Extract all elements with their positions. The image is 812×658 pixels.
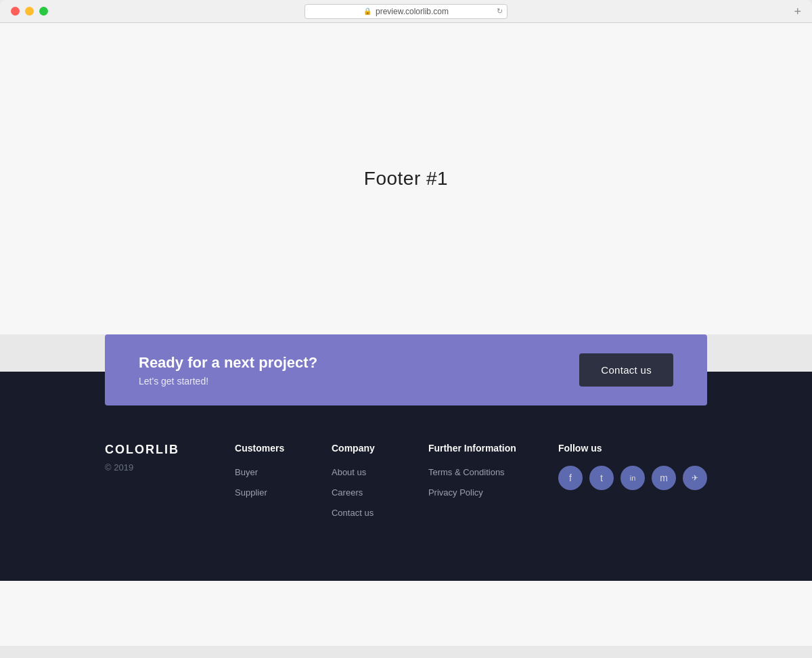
cta-subtext: Let's get started! bbox=[139, 376, 317, 387]
footer-col-customers: Customers Buyer Supplier bbox=[235, 443, 318, 527]
url-text: preview.colorlib.com bbox=[376, 7, 449, 16]
further-info-links: Terms & Conditions Privacy Policy bbox=[428, 466, 545, 498]
twitter-icon[interactable]: t bbox=[589, 466, 614, 490]
social-icons: f t in m ✈ bbox=[558, 466, 707, 490]
buyer-link[interactable]: Buyer bbox=[235, 467, 258, 477]
footer-col-further-info: Further Information Terms & Conditions P… bbox=[428, 443, 545, 527]
customers-links: Buyer Supplier bbox=[235, 466, 318, 498]
footer-wrapper: Ready for a next project? Let's get star… bbox=[0, 334, 812, 581]
company-col-title: Company bbox=[332, 443, 415, 454]
follow-us-title: Follow us bbox=[558, 443, 707, 454]
supplier-link[interactable]: Supplier bbox=[235, 487, 267, 498]
list-item: Privacy Policy bbox=[428, 486, 545, 498]
address-bar[interactable]: 🔒 preview.colorlib.com ↻ bbox=[304, 4, 508, 19]
lock-icon: 🔒 bbox=[363, 7, 371, 15]
list-item: Careers bbox=[332, 486, 415, 498]
privacy-policy-link[interactable]: Privacy Policy bbox=[428, 487, 483, 498]
cta-heading: Ready for a next project? bbox=[139, 354, 317, 372]
cta-text-block: Ready for a next project? Let's get star… bbox=[139, 354, 317, 387]
list-item: Contact us bbox=[332, 506, 415, 519]
window-chrome: 🔒 preview.colorlib.com ↻ + bbox=[0, 0, 812, 23]
further-info-col-title: Further Information bbox=[428, 443, 545, 454]
brand-year: © 2019 bbox=[105, 462, 221, 473]
linkedin-icon[interactable]: in bbox=[621, 466, 645, 490]
list-item: Supplier bbox=[235, 486, 318, 498]
cta-contact-button[interactable]: Contact us bbox=[579, 353, 673, 387]
cta-banner: Ready for a next project? Let's get star… bbox=[105, 334, 707, 405]
contact-us-link[interactable]: Contact us bbox=[332, 508, 374, 518]
list-item: About us bbox=[332, 466, 415, 478]
minimize-button[interactable] bbox=[25, 7, 34, 16]
footer-brand: COLORLIB © 2019 bbox=[105, 443, 221, 527]
maximize-button[interactable] bbox=[39, 7, 48, 16]
brand-name: COLORLIB bbox=[105, 443, 221, 457]
careers-link[interactable]: Careers bbox=[332, 487, 363, 498]
customers-col-title: Customers bbox=[235, 443, 318, 454]
refresh-icon[interactable]: ↻ bbox=[497, 7, 503, 16]
list-item: Buyer bbox=[235, 466, 318, 478]
company-links: About us Careers Contact us bbox=[332, 466, 415, 519]
facebook-icon[interactable]: f bbox=[558, 466, 583, 490]
cta-banner-outer: Ready for a next project? Let's get star… bbox=[105, 334, 707, 409]
page-title: Footer #1 bbox=[364, 168, 448, 190]
medium-icon[interactable]: m bbox=[652, 466, 676, 490]
footer-main: COLORLIB © 2019 Customers Buyer Supplier… bbox=[0, 409, 812, 540]
footer-col-company: Company About us Careers Contact us bbox=[332, 443, 415, 527]
close-button[interactable] bbox=[11, 7, 20, 16]
about-us-link[interactable]: About us bbox=[332, 467, 366, 477]
window-buttons bbox=[11, 7, 48, 16]
browser-content: Footer #1 Ready for a next project? Let'… bbox=[0, 23, 812, 646]
page-top-area: Footer #1 bbox=[0, 23, 812, 334]
terms-conditions-link[interactable]: Terms & Conditions bbox=[428, 467, 505, 477]
telegram-icon[interactable]: ✈ bbox=[683, 466, 707, 490]
new-tab-button[interactable]: + bbox=[794, 5, 801, 18]
footer-col-social: Follow us f t in m ✈ bbox=[558, 443, 707, 527]
list-item: Terms & Conditions bbox=[428, 466, 545, 478]
